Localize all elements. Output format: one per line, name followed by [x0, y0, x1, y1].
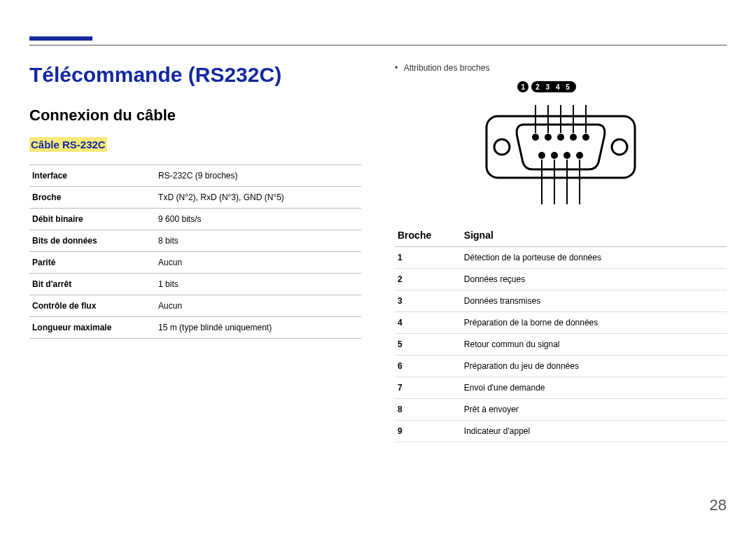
spec-value: 1 bits [155, 274, 361, 295]
table-row: ParitéAucun [29, 252, 361, 274]
pin-number: 2 [395, 269, 461, 290]
spec-key: Bits de données [29, 230, 155, 252]
spec-key: Contrôle de flux [29, 295, 155, 317]
pin-signal: Données reçues [461, 269, 727, 290]
table-row: Débit binaire9 600 bits/s [29, 209, 361, 230]
header-rule [29, 45, 727, 45]
table-row: Bits de données8 bits [29, 230, 361, 252]
pin-signal: Prêt à envoyer [461, 399, 727, 421]
svg-point-1 [494, 139, 510, 155]
svg-point-2 [612, 139, 627, 155]
pin-badge-group: 2 3 4 5 [531, 81, 576, 92]
table-row: Longueur maximale15 m (type blindé uniqu… [29, 317, 361, 339]
pin-signal: Indicateur d'appel [461, 421, 727, 442]
spec-value: TxD (N°2), RxD (N°3), GND (N°5) [155, 187, 361, 209]
svg-point-5 [557, 134, 564, 141]
pin-number: 8 [395, 399, 461, 421]
pin-number: 1 [395, 247, 461, 269]
svg-point-3 [532, 134, 539, 141]
left-column: Télécommande (RS232C) Connexion du câble… [29, 63, 361, 492]
header-tab-marker [29, 36, 92, 41]
subsection-heading: Câble RS-232C [29, 137, 107, 152]
svg-point-6 [570, 134, 577, 141]
table-row: BrocheTxD (N°2), RxD (N°3), GND (N°5) [29, 187, 361, 209]
svg-point-10 [564, 152, 570, 159]
db9-connector-icon [484, 102, 638, 207]
spec-table: InterfaceRS-232C (9 broches) BrocheTxD (… [29, 164, 361, 339]
spec-value: 15 m (type blindé uniquement) [155, 317, 361, 339]
spec-value: Aucun [155, 252, 361, 274]
table-row: 4Préparation de la borne de données [395, 312, 727, 334]
connector-diagram [395, 102, 727, 207]
table-row: 3Données transmises [395, 290, 727, 312]
bullet-icon: • [395, 63, 402, 73]
spec-key: Débit binaire [29, 209, 155, 230]
pin-signal: Envoi d'une demande [461, 377, 727, 399]
table-row: 5Retour commun du signal [395, 334, 727, 356]
spec-key: Bit d'arrêt [29, 274, 155, 295]
pin-badges: 1 2 3 4 5 [395, 81, 727, 92]
spec-key: Broche [29, 187, 155, 209]
page-title: Télécommande (RS232C) [29, 63, 361, 87]
table-row: Contrôle de fluxAucun [29, 295, 361, 317]
section-heading: Connexion du câble [29, 106, 361, 125]
table-row: 7Envoi d'une demande [395, 377, 727, 399]
spec-value: 9 600 bits/s [155, 209, 361, 230]
svg-point-11 [576, 152, 583, 159]
spec-key: Longueur maximale [29, 317, 155, 339]
pin-signal: Détection de la porteuse de données [461, 247, 727, 269]
pin-table: Broche Signal 1Détection de la porteuse … [395, 224, 727, 442]
table-row: 8Prêt à envoyer [395, 399, 727, 421]
pin-signal: Retour commun du signal [461, 334, 727, 356]
spec-value: Aucun [155, 295, 361, 317]
svg-point-8 [538, 152, 545, 159]
spec-value: 8 bits [155, 230, 361, 252]
bullet-row: • Attribution des broches [395, 63, 727, 73]
table-row: InterfaceRS-232C (9 broches) [29, 165, 361, 187]
svg-point-4 [545, 134, 552, 141]
table-row: 1Détection de la porteuse de données [395, 247, 727, 269]
pin-number: 6 [395, 356, 461, 377]
table-row: 2Données reçues [395, 269, 727, 290]
bullet-text: Attribution des broches [404, 63, 490, 73]
svg-point-9 [551, 152, 558, 159]
page-number: 28 [710, 496, 727, 514]
table-row: 9Indicateur d'appel [395, 421, 727, 442]
pin-header-signal: Signal [461, 224, 727, 247]
pin-signal: Données transmises [461, 290, 727, 312]
spec-value: RS-232C (9 broches) [155, 165, 361, 187]
svg-point-7 [582, 134, 589, 141]
spec-key: Parité [29, 252, 155, 274]
pin-number: 3 [395, 290, 461, 312]
pin-number: 5 [395, 334, 461, 356]
pin-number: 9 [395, 421, 461, 442]
pin-signal: Préparation de la borne de données [461, 312, 727, 334]
pin-number: 4 [395, 312, 461, 334]
spec-key: Interface [29, 165, 155, 187]
right-column: • Attribution des broches 1 2 3 4 5 [395, 63, 727, 492]
table-row: Bit d'arrêt1 bits [29, 274, 361, 295]
pin-badge-1: 1 [517, 81, 528, 92]
pin-header-broche: Broche [395, 224, 461, 247]
pin-number: 7 [395, 377, 461, 399]
table-row: 6Préparation du jeu de données [395, 356, 727, 377]
pin-signal: Préparation du jeu de données [461, 356, 727, 377]
